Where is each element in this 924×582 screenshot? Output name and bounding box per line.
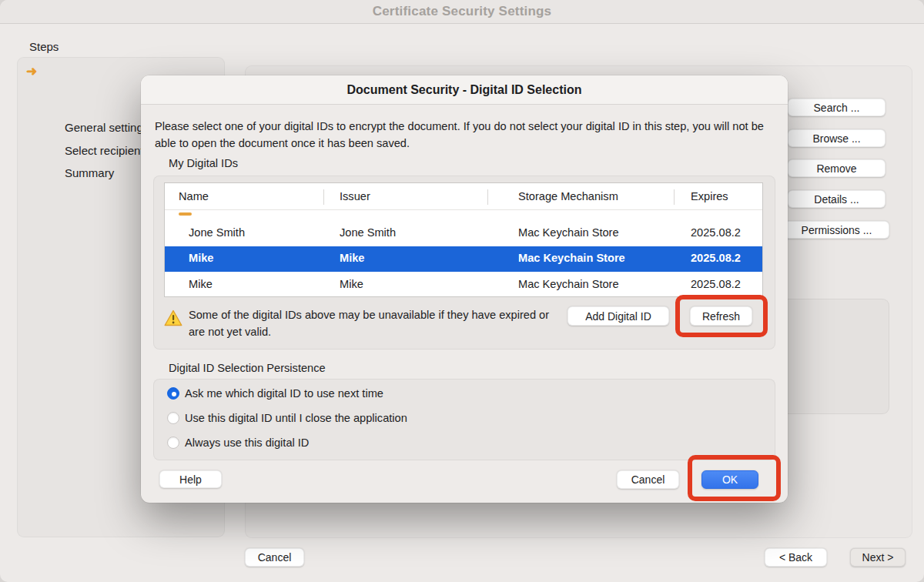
table-row-selected[interactable]: Mike Mike Mac Keychain Store 2025.08.2 bbox=[165, 246, 762, 272]
wizard-cancel-button[interactable]: Cancel bbox=[245, 548, 304, 567]
radio-option-use-until-close[interactable]: Use this digital ID until I close the ap… bbox=[167, 411, 407, 425]
column-header-name[interactable]: Name bbox=[179, 190, 209, 202]
radio-unselected-icon[interactable] bbox=[167, 436, 179, 449]
ok-button[interactable]: OK bbox=[701, 470, 758, 489]
radio-label: Use this digital ID until I close the ap… bbox=[185, 412, 407, 424]
table-row[interactable]: Mike Mike Mac Keychain Store 2025.08.2 bbox=[165, 272, 762, 297]
dialog-title: Document Security - Digital ID Selection bbox=[141, 75, 788, 105]
cell-issuer: Mike bbox=[340, 252, 364, 264]
wizard-next-button[interactable]: Next > bbox=[850, 548, 906, 567]
steps-heading: Steps bbox=[29, 40, 59, 53]
dialog-cancel-button[interactable]: Cancel bbox=[617, 470, 679, 489]
permissions-button[interactable]: Permissions ... bbox=[784, 221, 889, 239]
column-header-expires[interactable]: Expires bbox=[691, 190, 728, 202]
warning-triangle-icon bbox=[164, 309, 182, 329]
cell-storage: Mac Keychain Store bbox=[518, 252, 625, 264]
cell-issuer: Jone Smith bbox=[340, 226, 396, 239]
refresh-button[interactable]: Refresh bbox=[690, 306, 752, 326]
cell-expires: 2025.08.2 bbox=[691, 278, 763, 290]
sidebar-item-general-settings[interactable]: General settings bbox=[65, 121, 149, 134]
window-title: Certificate Security Settings bbox=[0, 0, 924, 23]
digital-id-selection-dialog: Document Security - Digital ID Selection… bbox=[141, 75, 788, 503]
dialog-intro-text: Please select one of your digital IDs to… bbox=[155, 118, 777, 152]
radio-selected-icon[interactable] bbox=[167, 387, 179, 400]
cell-issuer: Mike bbox=[340, 278, 363, 290]
window-titlebar: Certificate Security Settings bbox=[0, 0, 924, 24]
help-button[interactable]: Help bbox=[159, 470, 222, 488]
radio-option-always-use[interactable]: Always use this digital ID bbox=[167, 436, 309, 450]
persistence-section-label: Digital ID Selection Persistence bbox=[169, 362, 326, 374]
recipient-details-panel bbox=[770, 299, 889, 414]
cell-expires: 2025.08.2 bbox=[691, 252, 763, 264]
my-digital-ids-label: My Digital IDs bbox=[169, 157, 238, 169]
cell-storage: Mac Keychain Store bbox=[518, 226, 619, 239]
details-button[interactable]: Details ... bbox=[788, 190, 886, 208]
search-button[interactable]: Search ... bbox=[788, 99, 886, 116]
radio-label: Ask me which digital ID to use next time bbox=[185, 387, 383, 400]
dialog-header: Document Security - Digital ID Selection bbox=[141, 75, 788, 105]
cell-storage: Mac Keychain Store bbox=[518, 278, 619, 290]
column-header-issuer[interactable]: Issuer bbox=[340, 190, 370, 202]
cell-expires: 2025.08.2 bbox=[691, 226, 763, 239]
cell-name: Jone Smith bbox=[189, 226, 245, 239]
radio-label: Always use this digital ID bbox=[185, 436, 309, 449]
radio-unselected-icon[interactable] bbox=[167, 412, 179, 424]
certificate-security-settings-window: Certificate Security Settings Steps ➜ Ge… bbox=[0, 0, 924, 582]
certificate-icon-fragment bbox=[179, 212, 192, 216]
add-digital-id-button[interactable]: Add Digital ID bbox=[567, 306, 669, 326]
column-divider bbox=[487, 189, 488, 205]
sidebar-item-select-recipients[interactable]: Select recipients bbox=[65, 144, 149, 157]
remove-button[interactable]: Remove bbox=[788, 159, 886, 177]
digital-ids-table: Name Issuer Storage Mechanism Expires Jo… bbox=[164, 182, 763, 297]
wizard-back-button[interactable]: < Back bbox=[765, 548, 827, 567]
column-divider bbox=[323, 189, 324, 205]
current-step-arrow-icon: ➜ bbox=[26, 63, 37, 79]
column-divider bbox=[674, 189, 675, 205]
browse-button[interactable]: Browse ... bbox=[788, 129, 886, 147]
sidebar-item-summary[interactable]: Summary bbox=[65, 166, 114, 179]
unavailable-ids-warning-text: Some of the digital IDs above may be una… bbox=[189, 306, 554, 340]
partially-scrolled-row bbox=[165, 210, 762, 220]
table-row[interactable]: Jone Smith Jone Smith Mac Keychain Store… bbox=[165, 220, 762, 246]
table-header-row: Name Issuer Storage Mechanism Expires bbox=[165, 183, 762, 210]
cell-name: Mike bbox=[189, 278, 213, 290]
cell-name: Mike bbox=[189, 252, 213, 264]
radio-option-ask-me[interactable]: Ask me which digital ID to use next time bbox=[167, 386, 383, 400]
column-header-storage[interactable]: Storage Mechanism bbox=[518, 190, 618, 202]
